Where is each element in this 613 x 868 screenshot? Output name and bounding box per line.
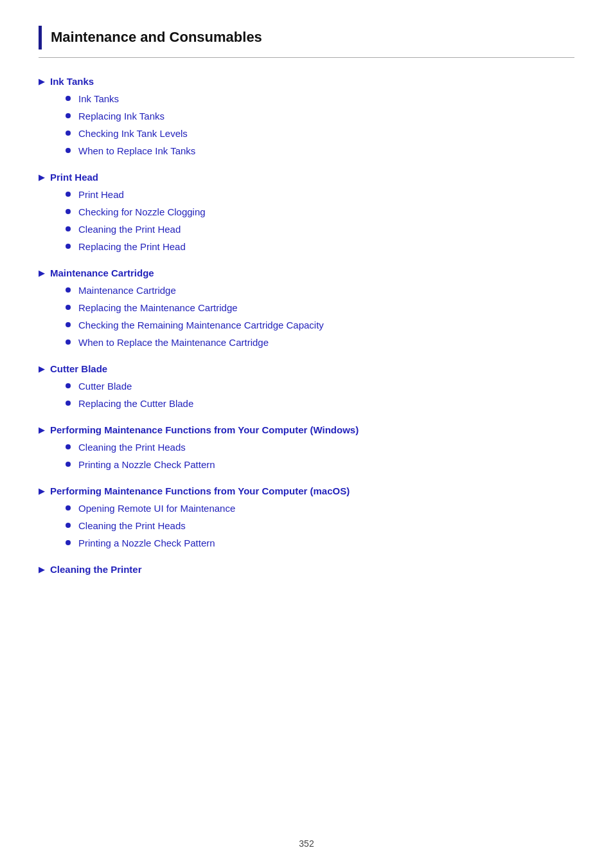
item-label: Checking the Remaining Maintenance Cartr…	[78, 320, 324, 330]
section-header-cutter-blade[interactable]: ▶Cutter Blade	[39, 363, 574, 374]
section-header-cleaning-printer[interactable]: ▶Cleaning the Printer	[39, 564, 574, 575]
item-label: Replacing the Cutter Blade	[78, 398, 193, 409]
list-item[interactable]: Replacing Ink Tanks	[66, 111, 574, 122]
section-items-ink-tanks: Ink TanksReplacing Ink TanksChecking Ink…	[39, 93, 574, 156]
section-header-maintenance-windows[interactable]: ▶Performing Maintenance Functions from Y…	[39, 424, 574, 435]
section-maintenance-cartridge: ▶Maintenance CartridgeMaintenance Cartri…	[39, 267, 574, 348]
arrow-icon-cutter-blade: ▶	[39, 364, 45, 374]
section-header-print-head[interactable]: ▶Print Head	[39, 172, 574, 183]
section-items-print-head: Print HeadChecking for Nozzle CloggingCl…	[39, 189, 574, 252]
bullet-icon	[66, 113, 71, 118]
list-item[interactable]: Replacing the Print Head	[66, 241, 574, 252]
section-title-maintenance-macos: Performing Maintenance Functions from Yo…	[50, 485, 350, 496]
bullet-icon	[66, 192, 71, 197]
item-label: Cleaning the Print Heads	[78, 442, 186, 453]
section-header-maintenance-cartridge[interactable]: ▶Maintenance Cartridge	[39, 267, 574, 278]
list-item[interactable]: Printing a Nozzle Check Pattern	[66, 459, 574, 470]
item-label: Printing a Nozzle Check Pattern	[78, 538, 215, 548]
bullet-icon	[66, 209, 71, 214]
bullet-icon	[66, 148, 71, 153]
section-items-cutter-blade: Cutter BladeReplacing the Cutter Blade	[39, 381, 574, 409]
arrow-icon-cleaning-printer: ▶	[39, 565, 45, 574]
list-item[interactable]: Print Head	[66, 189, 574, 200]
item-label: Replacing the Maintenance Cartridge	[78, 302, 238, 313]
list-item[interactable]: Checking Ink Tank Levels	[66, 128, 574, 139]
page-footer: 352	[0, 838, 613, 849]
item-label: Replacing the Print Head	[78, 241, 186, 252]
list-item[interactable]: Opening Remote UI for Maintenance	[66, 503, 574, 514]
section-title-maintenance-cartridge: Maintenance Cartridge	[50, 267, 154, 278]
section-items-maintenance-cartridge: Maintenance CartridgeReplacing the Maint…	[39, 285, 574, 348]
bullet-icon	[66, 322, 71, 327]
item-label: Cutter Blade	[78, 381, 132, 392]
list-item[interactable]: Checking the Remaining Maintenance Cartr…	[66, 320, 574, 330]
item-label: Checking Ink Tank Levels	[78, 128, 188, 139]
arrow-icon-print-head: ▶	[39, 172, 45, 182]
bullet-icon	[66, 287, 71, 293]
bullet-icon	[66, 96, 71, 101]
item-label: Replacing Ink Tanks	[78, 111, 164, 122]
section-maintenance-macos: ▶Performing Maintenance Functions from Y…	[39, 485, 574, 548]
sections-container: ▶Ink TanksInk TanksReplacing Ink TanksCh…	[39, 76, 574, 575]
bullet-icon	[66, 305, 71, 310]
section-ink-tanks: ▶Ink TanksInk TanksReplacing Ink TanksCh…	[39, 76, 574, 156]
item-label: Cleaning the Print Head	[78, 224, 181, 235]
list-item[interactable]: Replacing the Cutter Blade	[66, 398, 574, 409]
page-container: Maintenance and Consumables ▶Ink TanksIn…	[0, 0, 613, 868]
section-header-ink-tanks[interactable]: ▶Ink Tanks	[39, 76, 574, 87]
list-item[interactable]: Cleaning the Print Heads	[66, 442, 574, 453]
bullet-icon	[66, 540, 71, 545]
list-item[interactable]: Checking for Nozzle Clogging	[66, 206, 574, 217]
list-item[interactable]: When to Replace the Maintenance Cartridg…	[66, 337, 574, 348]
item-label: When to Replace the Maintenance Cartridg…	[78, 337, 269, 348]
item-label: When to Replace Ink Tanks	[78, 145, 195, 156]
bullet-icon	[66, 383, 71, 388]
bullet-icon	[66, 131, 71, 136]
bullet-icon	[66, 462, 71, 467]
item-label: Opening Remote UI for Maintenance	[78, 503, 235, 514]
section-cutter-blade: ▶Cutter BladeCutter BladeReplacing the C…	[39, 363, 574, 409]
item-label: Checking for Nozzle Clogging	[78, 206, 206, 217]
item-label: Ink Tanks	[78, 93, 119, 104]
list-item[interactable]: Maintenance Cartridge	[66, 285, 574, 296]
section-title-ink-tanks: Ink Tanks	[50, 76, 94, 87]
bullet-icon	[66, 444, 71, 449]
section-maintenance-windows: ▶Performing Maintenance Functions from Y…	[39, 424, 574, 470]
arrow-icon-ink-tanks: ▶	[39, 77, 45, 86]
bullet-icon	[66, 523, 71, 528]
list-item[interactable]: Ink Tanks	[66, 93, 574, 104]
list-item[interactable]: Printing a Nozzle Check Pattern	[66, 538, 574, 548]
bullet-icon	[66, 244, 71, 249]
section-title-maintenance-windows: Performing Maintenance Functions from Yo…	[50, 424, 359, 435]
arrow-icon-maintenance-windows: ▶	[39, 425, 45, 435]
page-title: Maintenance and Consumables	[51, 26, 262, 50]
header-bar	[39, 26, 42, 50]
list-item[interactable]: When to Replace Ink Tanks	[66, 145, 574, 156]
section-print-head: ▶Print HeadPrint HeadChecking for Nozzle…	[39, 172, 574, 252]
section-title-cleaning-printer: Cleaning the Printer	[50, 564, 142, 575]
list-item[interactable]: Cleaning the Print Heads	[66, 520, 574, 531]
arrow-icon-maintenance-macos: ▶	[39, 486, 45, 496]
item-label: Printing a Nozzle Check Pattern	[78, 459, 215, 470]
item-label: Print Head	[78, 189, 124, 200]
bullet-icon	[66, 401, 71, 406]
bullet-icon	[66, 505, 71, 511]
page-number: 352	[299, 838, 314, 849]
section-items-maintenance-windows: Cleaning the Print HeadsPrinting a Nozzl…	[39, 442, 574, 470]
list-item[interactable]: Cutter Blade	[66, 381, 574, 392]
bullet-icon	[66, 226, 71, 231]
list-item[interactable]: Replacing the Maintenance Cartridge	[66, 302, 574, 313]
section-cleaning-printer: ▶Cleaning the Printer	[39, 564, 574, 575]
list-item[interactable]: Cleaning the Print Head	[66, 224, 574, 235]
arrow-icon-maintenance-cartridge: ▶	[39, 268, 45, 278]
section-header-maintenance-macos[interactable]: ▶Performing Maintenance Functions from Y…	[39, 485, 574, 496]
item-label: Cleaning the Print Heads	[78, 520, 186, 531]
section-title-cutter-blade: Cutter Blade	[50, 363, 107, 374]
section-title-print-head: Print Head	[50, 172, 98, 183]
item-label: Maintenance Cartridge	[78, 285, 176, 296]
section-items-maintenance-macos: Opening Remote UI for MaintenanceCleanin…	[39, 503, 574, 548]
bullet-icon	[66, 339, 71, 345]
page-header: Maintenance and Consumables	[39, 26, 574, 58]
